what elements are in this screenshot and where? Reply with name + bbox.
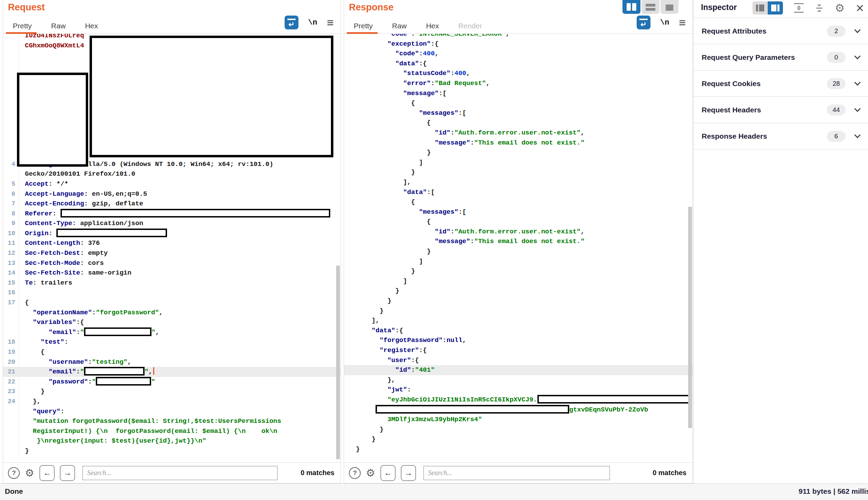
chevron-down-icon[interactable] [854,79,860,85]
code-line: 21 "email":"", [3,367,341,377]
code-line: } [3,446,341,456]
gear-icon[interactable]: ⚙ [366,468,375,478]
code-line: "error":"Bad Request", [344,78,693,89]
code-line: } [344,167,693,177]
help-icon[interactable]: ? [349,467,361,479]
inspector-sections: Request Attributes2Request Query Paramet… [693,18,868,149]
layout-columns-button[interactable] [622,0,640,14]
line-number: 20 [3,357,19,367]
chevron-down-icon[interactable] [854,105,860,112]
code-line: "eyJhbGciOiJIUzI1NiIsInR5cCI6IkpXVCJ9. [344,395,693,405]
code-line: 6Accept-Language: en-US,en;q=0.5 [3,189,341,199]
line-number: 5 [3,179,19,189]
tab-hex[interactable]: Hex [426,22,439,30]
layout-rows-button[interactable] [641,0,659,14]
tab-raw[interactable]: Raw [392,22,407,30]
help-icon[interactable]: ? [8,467,20,479]
layout-single-button[interactable] [661,0,678,14]
collapse-all-icon[interactable] [815,4,824,12]
rows-icon [646,4,655,11]
line-number [3,446,19,456]
columns-icon [627,3,636,11]
prev-match-button[interactable]: ← [39,465,55,481]
section-label: Request Cookies [702,80,760,88]
request-search-input[interactable] [82,466,278,480]
code-line: } [344,286,693,296]
menu-icon[interactable]: ≡ [327,17,334,28]
code-line: RegisterInput!) {\n forgotPassword(email… [3,426,341,436]
response-title: Response [349,2,394,13]
code-line: { [344,217,693,227]
burp-message-editor: Request PrettyRawHex ↵ \n ≡ IUzO4INszFOL… [0,0,868,500]
chevron-down-icon[interactable] [854,53,860,59]
inspector-settings-icon[interactable]: ⚙ [835,2,845,13]
response-editor[interactable]: "code":"INTERNAL_SERVER_ERROR", "excepti… [344,34,693,462]
request-search-row: ? ⚙ ← → 0 matches [3,462,341,483]
newline-toggle-icon[interactable]: \n [660,18,669,27]
editor-layout-toggles [622,0,678,14]
code-line: { [344,197,693,207]
code-line: "id":"401" [344,365,693,375]
single-pane-icon [666,4,673,11]
line-number: 10 [3,229,19,239]
tab-pretty[interactable]: Pretty [13,22,32,30]
tab-render[interactable]: Render [458,22,482,30]
next-match-button[interactable]: → [60,465,75,481]
inspector-section-request-cookies[interactable]: Request Cookies28 [693,71,868,97]
chevron-down-icon[interactable] [854,27,860,33]
request-scrollbar-thumb[interactable] [336,266,340,459]
response-code: "code":"INTERNAL_SERVER_ERROR", "excepti… [344,34,693,454]
tab-hex[interactable]: Hex [85,22,98,30]
response-search-input[interactable] [423,466,610,480]
tab-pretty[interactable]: Pretty [354,22,373,30]
request-editor[interactable]: IUzO4INszFOLreqCGhxmOoQ8WXmtL44User-Agen… [3,34,341,462]
code-line: "data":{ [344,59,693,69]
inspector-section-request-attributes[interactable]: Request Attributes2 [693,18,868,44]
code-line: "id":"Auth.form.error.user.not-exist", [344,227,693,237]
inspector-panel: Inspector ⚙ × Request Attributes2Re [693,0,868,483]
code-line: "id":"Auth.form.error.user.not-exist", [344,128,693,138]
redacted-value [61,209,330,217]
response-size-time: 911 bytes | 562 millis [798,487,868,496]
dock-right-button[interactable] [768,1,783,15]
code-line: "jwt": [344,385,693,395]
redacted-value [537,395,690,404]
response-scrollbar-thumb[interactable] [688,207,692,428]
code-line: } [344,247,693,257]
inspector-section-response-headers[interactable]: Response Headers6 [693,123,868,149]
redaction-box [90,36,333,157]
next-match-button[interactable]: → [401,465,416,481]
request-header-icons: ↵ \n ≡ [285,16,334,29]
code-line: 22 "password":"" [3,377,341,387]
expand-all-icon[interactable] [794,3,804,13]
request-match-count: 0 matches [301,469,334,477]
code-line: "email":"", [3,327,341,337]
inspector-title: Inspector [701,3,737,12]
code-line: "mutation forgotPassword($email: String!… [3,416,341,426]
section-count-badge: 0 [827,52,846,63]
inspector-section-request-query-parameters[interactable]: Request Query Parameters0 [693,44,868,71]
tab-raw[interactable]: Raw [51,22,66,30]
gear-icon[interactable]: ⚙ [25,468,34,478]
section-count-badge: 2 [827,26,846,37]
dock-left-button[interactable] [752,1,768,15]
code-line: } [344,148,693,158]
code-line: "query": [3,407,341,417]
inspector-section-request-headers[interactable]: Request Headers44 [693,97,868,123]
word-wrap-icon[interactable]: ↵ [637,16,650,29]
code-line: ] [344,257,693,267]
line-number: 14 [3,268,19,278]
response-tabs: PrettyRawHexRender [354,22,482,30]
newline-toggle-icon[interactable]: \n [308,18,317,27]
menu-icon[interactable]: ≡ [679,17,686,28]
code-line: }\nregister(input: $test){user{id},jwt}}… [3,436,341,446]
code-line: "code":400, [344,49,693,59]
chevron-down-icon[interactable] [854,132,860,138]
word-wrap-icon[interactable]: ↵ [285,16,298,29]
inspector-close-icon[interactable]: × [856,2,864,13]
line-number [3,308,19,318]
section-count-badge: 44 [827,104,846,115]
prev-match-button[interactable]: ← [380,465,396,481]
section-label: Request Headers [702,106,761,114]
code-line: } [344,266,693,276]
